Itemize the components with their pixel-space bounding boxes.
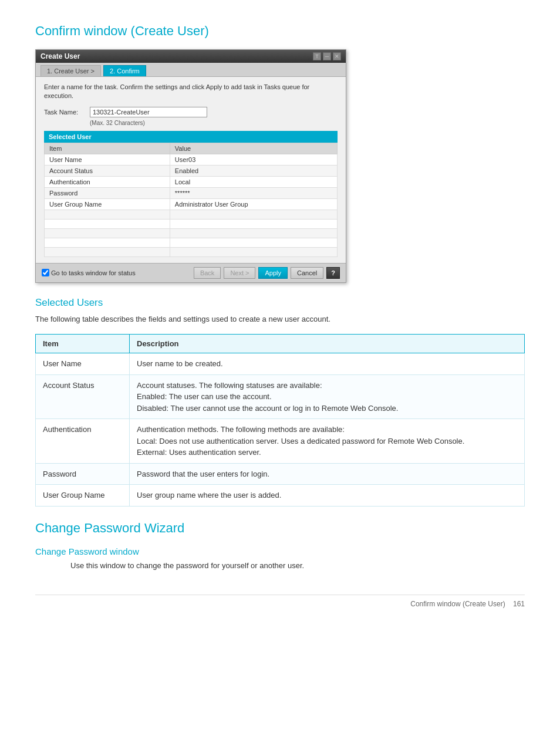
task-name-label: Task Name: [44,109,85,116]
help-button[interactable]: ? [326,267,340,279]
row-desc: User name to be created. [130,353,525,375]
dialog-tabs: 1. Create User > 2. Confirm [36,63,346,77]
row-desc: User group name where the user is added. [130,485,525,507]
table-row: User Group NameUser group name where the… [36,485,525,507]
dialog-row-item: Password [45,187,170,198]
dialog-empty-row [45,238,338,247]
task-name-row: Task Name: [44,107,338,117]
dialog-empty-row [45,228,338,238]
tab-create-user[interactable]: 1. Create User > [41,65,101,76]
goto-tasks-label: Go to tasks window for status [51,269,136,276]
footer-section-name: Confirm window (Create User) [410,600,505,608]
selected-user-header: Selected User [44,131,338,143]
selected-users-table: Item Description User NameUser name to b… [35,334,525,507]
dialog-row-item: Authentication [45,176,170,187]
tab-confirm[interactable]: 2. Confirm [103,65,146,76]
page-footer: Confirm window (Create User) 161 [35,595,525,608]
dialog-body: Enter a name for the task. Confirm the s… [36,77,346,263]
table-row: AuthenticationAuthentication methods. Th… [36,419,525,464]
dialog-row-item: Account Status [45,165,170,176]
dialog-table-row: AuthenticationLocal [45,176,338,187]
goto-tasks-checkbox[interactable] [42,269,49,276]
table-col-item: Item [36,335,130,353]
row-desc: Authentication methods. The following me… [130,419,525,464]
apply-button[interactable]: Apply [258,267,288,279]
change-password-title: Change Password Wizard [35,521,525,536]
row-item: Account Status [36,374,130,419]
row-item: User Name [36,353,130,375]
row-desc: Account statuses. The following statuses… [130,374,525,419]
row-item: User Group Name [36,485,130,507]
table-row: User NameUser name to be created. [36,353,525,375]
table-row: Account StatusAccount statuses. The foll… [36,374,525,419]
minimize-button[interactable]: ─ [323,52,331,60]
cancel-button[interactable]: Cancel [291,267,323,279]
task-name-hint: (Max. 32 Characters) [90,120,338,126]
dialog-table-row: User NameUser03 [45,154,338,165]
dialog-instruction: Enter a name for the task. Confirm the s… [44,83,338,101]
change-password-sub: Change Password window [35,546,525,556]
selected-users-description: The following table describes the fields… [35,313,525,325]
table-col-desc: Description [130,335,525,353]
dialog-row-value: Local [170,176,337,187]
next-button[interactable]: Next > [224,267,255,279]
dialog-table-row: Account StatusEnabled [45,165,338,176]
titlebar-buttons: T ─ ✕ [313,52,341,60]
change-password-description: Use this window to change the password f… [70,560,525,572]
col-item-header: Item [45,143,170,154]
row-desc: Password that the user enters for login. [130,463,525,485]
dialog-row-value: ****** [170,187,337,198]
col-value-header: Value [170,143,337,154]
selected-users-title: Selected Users [35,297,525,309]
dialog-empty-row [45,247,338,256]
footer-page-number: 161 [513,600,525,608]
dialog-row-value: Administrator User Group [170,198,337,210]
dialog-titlebar: Create User T ─ ✕ [36,50,346,63]
dialog-empty-row [45,210,338,219]
create-user-dialog: Create User T ─ ✕ 1. Create User > 2. Co… [35,49,346,283]
close-button[interactable]: ✕ [333,52,341,60]
dialog-table-row: Password****** [45,187,338,198]
page-main-title: Confirm window (Create User) [35,23,525,39]
dialog-table-row: User Group NameAdministrator User Group [45,198,338,210]
pin-button[interactable]: T [313,52,321,60]
dialog-row-value: User03 [170,154,337,165]
row-item: Password [36,463,130,485]
dialog-row-item: User Name [45,154,170,165]
table-row: PasswordPassword that the user enters fo… [36,463,525,485]
dialog-empty-row [45,219,338,228]
dialog-row-item: User Group Name [45,198,170,210]
row-item: Authentication [36,419,130,464]
dialog-row-value: Enabled [170,165,337,176]
goto-tasks-checkbox-label[interactable]: Go to tasks window for status [42,269,136,276]
task-name-input[interactable] [90,107,207,117]
dialog-title: Create User [41,52,80,60]
selected-user-table: Item Value User NameUser03Account Status… [44,143,338,257]
dialog-footer: Go to tasks window for status Back Next … [36,263,346,282]
back-button[interactable]: Back [194,267,221,279]
